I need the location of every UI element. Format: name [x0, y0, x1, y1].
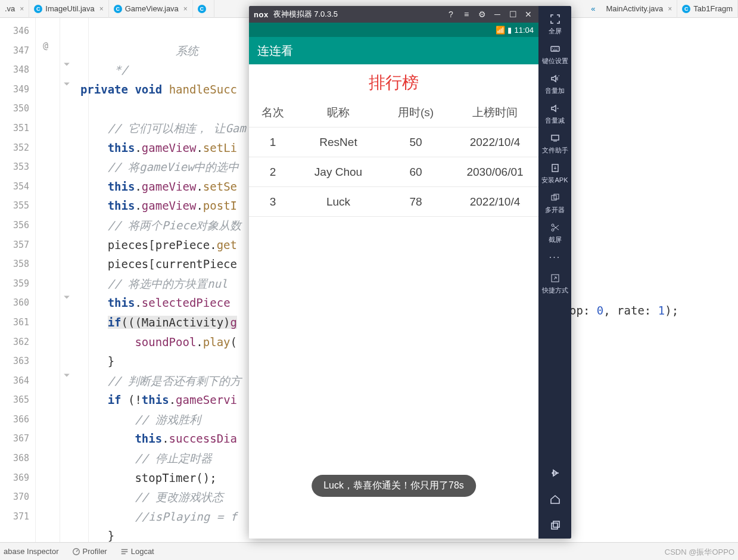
file-helper-button[interactable]: 文件助手: [538, 132, 571, 155]
line-number-gutter: 346 347348 349350 351352 353354 355356 3…: [0, 18, 36, 542]
menu-icon[interactable]: ≡: [461, 10, 472, 19]
keymap-button[interactable]: 键位设置: [538, 43, 571, 66]
watermark: CSDN @振华OPPO: [665, 547, 734, 558]
svg-rect-17: [553, 521, 559, 527]
scissors-icon: [538, 222, 571, 234]
nav-recent-button[interactable]: [538, 512, 571, 539]
install-apk-button[interactable]: 安装APK: [538, 162, 571, 185]
more-icon: ···: [538, 251, 571, 263]
svg-rect-16: [552, 523, 558, 529]
ide-tab[interactable]: C Tab1Fragm: [677, 0, 738, 18]
multi-icon: [538, 192, 571, 204]
close-icon[interactable]: ×: [20, 5, 24, 13]
close-icon[interactable]: ×: [183, 5, 188, 13]
monitor-icon: [538, 132, 571, 144]
emulator-window: nox 夜神模拟器 7.0.3.5 ? ≡ ⚙ ─ ☐ ✕ 📶 ▮ 11:04 …: [249, 6, 571, 539]
emulator-titlebar[interactable]: nox 夜神模拟器 7.0.3.5 ? ≡ ⚙ ─ ☐ ✕: [249, 6, 538, 23]
rank-title: 排行榜: [249, 64, 538, 98]
ide-tab-label: MainActivity.java: [606, 4, 663, 13]
code-fragment: op: 0, rate: 1);: [569, 304, 678, 317]
app-title: 连连看: [257, 43, 293, 59]
annotation-icon: @: [43, 41, 48, 51]
app-bar: 连连看: [249, 37, 538, 64]
fullscreen-button[interactable]: 全屏: [538, 13, 571, 36]
emulator-title: 夜神模拟器 7.0.3.5: [273, 9, 338, 20]
ide-tab[interactable]: C GameView.java ×: [109, 0, 193, 18]
collapse-icon[interactable]: «: [585, 4, 601, 13]
volume-down-button[interactable]: 音量减: [538, 102, 571, 125]
bottom-toolbar: abase Inspector Profiler Logcat: [0, 542, 738, 560]
settings-gear-icon[interactable]: ⚙: [477, 10, 487, 19]
fullscreen-icon: [538, 13, 571, 25]
rank-table: 名次 昵称 用时(s) 上榜时间 1ResNet 502022/10/4 2Ja…: [249, 98, 538, 217]
profiler-tab[interactable]: Profiler: [72, 547, 107, 556]
svg-rect-8: [551, 46, 559, 51]
android-statusbar: 📶 ▮ 11:04: [249, 23, 538, 37]
nox-logo: nox: [254, 10, 269, 19]
database-inspector-tab[interactable]: abase Inspector: [4, 547, 59, 556]
java-icon: C: [682, 5, 690, 13]
ide-tab[interactable]: .va ×: [0, 0, 29, 18]
emulator-sidebar: 全屏 键位设置 音量加 音量减 文件助手 安装APK 多开器 截屏: [538, 6, 571, 539]
volume-up-icon: [538, 73, 571, 85]
java-icon: C: [114, 5, 122, 13]
multi-instance-button[interactable]: 多开器: [538, 192, 571, 214]
table-row: 1ResNet 502022/10/4: [249, 127, 538, 157]
volume-up-button[interactable]: 音量加: [538, 73, 571, 95]
ide-tab-label: ImageUtil.java: [45, 4, 94, 13]
svg-rect-9: [552, 135, 559, 140]
apk-icon: [538, 162, 571, 174]
ide-tab[interactable]: MainActivity.java ×: [601, 0, 677, 18]
ide-tab-label: Tab1Fragm: [693, 4, 733, 13]
shortcut-icon: [538, 272, 571, 284]
wifi-icon: 📶: [496, 26, 505, 35]
java-icon: C: [34, 5, 42, 13]
table-row: 3Luck 782022/10/4: [249, 187, 538, 217]
java-icon: C: [198, 5, 206, 13]
minimize-icon[interactable]: ─: [492, 10, 503, 19]
logcat-icon: [120, 547, 129, 556]
close-icon[interactable]: ×: [99, 5, 104, 13]
ide-tab-label: GameView.java: [125, 4, 179, 13]
status-time: 11:04: [514, 26, 534, 35]
toast-message: Luck，恭喜你通关！你只用了78s: [312, 475, 476, 497]
maximize-icon[interactable]: ☐: [507, 10, 518, 19]
keyboard-icon: [538, 43, 571, 55]
nav-home-button[interactable]: [538, 486, 571, 512]
ide-tab-label: .va: [5, 4, 15, 13]
shortcut-button[interactable]: 快捷方式: [538, 272, 571, 295]
profiler-icon: [72, 547, 80, 556]
nav-back-button[interactable]: [538, 460, 571, 486]
help-icon[interactable]: ?: [446, 10, 456, 19]
battery-icon: ▮: [507, 26, 512, 35]
volume-down-icon: [538, 102, 571, 114]
ide-tab[interactable]: C: [193, 0, 214, 18]
ide-tab[interactable]: C ImageUtil.java ×: [29, 0, 108, 18]
close-icon[interactable]: ✕: [523, 10, 534, 19]
close-icon[interactable]: ×: [668, 5, 672, 13]
screenshot-button[interactable]: 截屏: [538, 222, 571, 244]
more-button[interactable]: ···: [538, 251, 571, 265]
logcat-tab[interactable]: Logcat: [120, 547, 154, 556]
table-row: 2Jay Chou 602030/06/01: [249, 157, 538, 187]
table-header: 名次 昵称 用时(s) 上榜时间: [249, 98, 538, 127]
